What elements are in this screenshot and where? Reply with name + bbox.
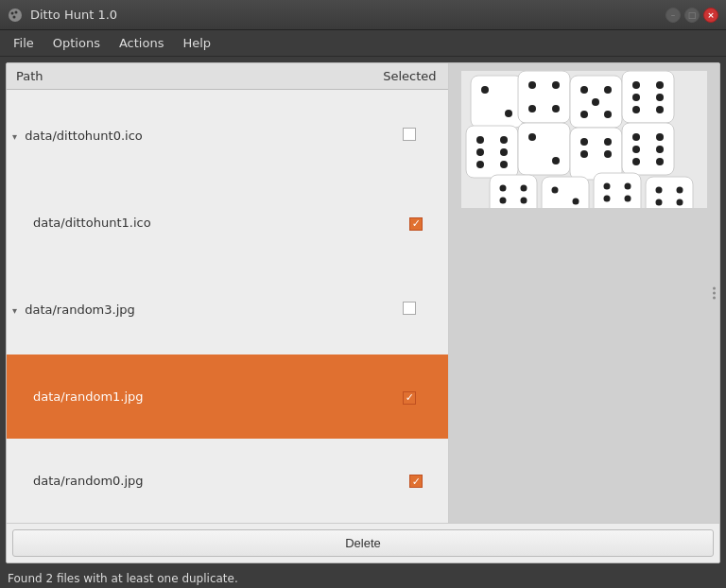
table-header: Path Selected <box>7 63 448 90</box>
table-row[interactable]: data/random1.jpg ✓ <box>7 355 448 439</box>
svg-point-40 <box>604 150 612 158</box>
tree-arrow: ▾ <box>12 131 17 142</box>
file-checkbox-cell[interactable]: ✓ <box>372 355 448 439</box>
file-list-panel: Path Selected ▾ data/dittohunt0.ico <box>7 63 449 523</box>
svg-rect-5 <box>471 76 523 128</box>
svg-point-9 <box>528 81 536 89</box>
svg-point-28 <box>500 136 508 144</box>
status-text: Found 2 files with at least one duplicat… <box>8 572 238 585</box>
svg-point-46 <box>632 158 640 165</box>
svg-point-34 <box>528 133 536 141</box>
svg-point-29 <box>476 148 484 156</box>
svg-rect-19 <box>622 71 674 123</box>
file-checkbox-cell[interactable]: ✓ <box>372 182 448 266</box>
close-button[interactable]: × <box>703 8 718 23</box>
col-path-header: Path <box>7 63 372 90</box>
main-content: Path Selected ▾ data/dittohunt0.ico <box>6 62 720 563</box>
svg-point-63 <box>677 187 683 194</box>
svg-point-47 <box>656 158 664 165</box>
file-checkbox-cell[interactable] <box>372 90 448 182</box>
file-checkbox[interactable]: ✓ <box>409 475 423 488</box>
svg-point-0 <box>9 9 22 22</box>
preview-image <box>461 71 707 208</box>
svg-point-27 <box>476 136 484 144</box>
svg-point-49 <box>500 185 507 192</box>
table-row[interactable]: data/random0.jpg ✓ <box>7 439 448 523</box>
file-checkbox[interactable] <box>403 128 416 141</box>
svg-point-62 <box>656 187 663 194</box>
svg-point-21 <box>656 81 664 89</box>
svg-point-22 <box>632 94 640 101</box>
file-checkbox[interactable] <box>403 302 416 315</box>
svg-point-14 <box>580 86 588 94</box>
file-path: data/random0.jpg <box>7 439 372 523</box>
svg-rect-41 <box>622 123 674 175</box>
svg-point-15 <box>604 86 612 94</box>
svg-point-64 <box>656 199 663 206</box>
svg-point-18 <box>604 111 612 118</box>
menu-file[interactable]: File <box>4 32 43 54</box>
svg-point-58 <box>625 183 631 190</box>
svg-point-35 <box>552 157 560 164</box>
file-path: ▾ data/random3.jpg <box>7 265 372 355</box>
svg-point-60 <box>625 196 631 202</box>
col-selected-header: Selected <box>372 63 448 90</box>
svg-point-3 <box>13 15 16 18</box>
tree-arrow: ▾ <box>12 305 17 316</box>
svg-point-7 <box>505 110 512 117</box>
svg-rect-8 <box>518 71 570 123</box>
menu-actions[interactable]: Actions <box>110 32 174 54</box>
app-icon <box>8 8 23 23</box>
menu-help[interactable]: Help <box>173 32 220 54</box>
svg-point-42 <box>632 133 640 141</box>
file-table: Path Selected ▾ data/dittohunt0.ico <box>7 63 448 523</box>
svg-point-38 <box>604 138 612 146</box>
svg-rect-53 <box>542 177 589 208</box>
svg-point-10 <box>552 81 560 89</box>
bottom-bar: Delete <box>7 523 719 562</box>
file-checkbox[interactable]: ✓ <box>403 391 416 405</box>
file-checkbox-cell[interactable] <box>372 265 448 355</box>
table-row[interactable]: ▾ data/random3.jpg <box>7 265 448 355</box>
svg-point-6 <box>481 86 489 94</box>
svg-point-44 <box>632 146 640 153</box>
svg-point-57 <box>604 183 611 190</box>
svg-point-65 <box>677 199 683 206</box>
svg-point-2 <box>15 10 18 13</box>
svg-point-37 <box>580 138 588 146</box>
svg-point-50 <box>521 185 527 192</box>
svg-point-54 <box>552 187 559 194</box>
svg-point-23 <box>656 94 664 101</box>
menubar: File Options Actions Help <box>0 30 726 57</box>
file-path: data/random1.jpg <box>7 355 372 439</box>
maximize-button[interactable]: □ <box>684 8 700 23</box>
svg-point-39 <box>580 150 588 158</box>
titlebar: Ditto Hunt 1.0 – □ × <box>0 0 726 30</box>
svg-point-45 <box>656 146 664 153</box>
svg-point-16 <box>592 98 599 106</box>
preview-panel <box>449 63 719 523</box>
svg-point-1 <box>11 11 14 14</box>
delete-button[interactable]: Delete <box>12 529 714 557</box>
minimize-button[interactable]: – <box>666 8 681 23</box>
scrollbar-indicator <box>713 292 716 295</box>
svg-point-31 <box>476 161 484 168</box>
table-row[interactable]: data/dittohunt1.ico ✓ <box>7 182 448 266</box>
scrollbar-indicator <box>713 297 716 300</box>
svg-point-43 <box>656 133 664 141</box>
file-path: data/dittohunt1.ico <box>7 182 372 266</box>
app-title: Ditto Hunt 1.0 <box>30 8 658 22</box>
menu-options[interactable]: Options <box>43 32 110 54</box>
scrollbar[interactable] <box>713 287 716 300</box>
table-row[interactable]: ▾ data/dittohunt0.ico <box>7 90 448 182</box>
content-area: Path Selected ▾ data/dittohunt0.ico <box>7 63 719 523</box>
svg-point-11 <box>528 105 536 112</box>
svg-point-24 <box>632 106 640 113</box>
file-checkbox-cell[interactable]: ✓ <box>372 439 448 523</box>
window-controls: – □ × <box>666 8 718 23</box>
svg-rect-56 <box>594 173 641 208</box>
svg-point-52 <box>521 198 527 204</box>
statusbar: Found 2 files with at least one duplicat… <box>0 569 726 588</box>
svg-rect-48 <box>490 175 537 208</box>
file-checkbox[interactable]: ✓ <box>409 217 423 231</box>
